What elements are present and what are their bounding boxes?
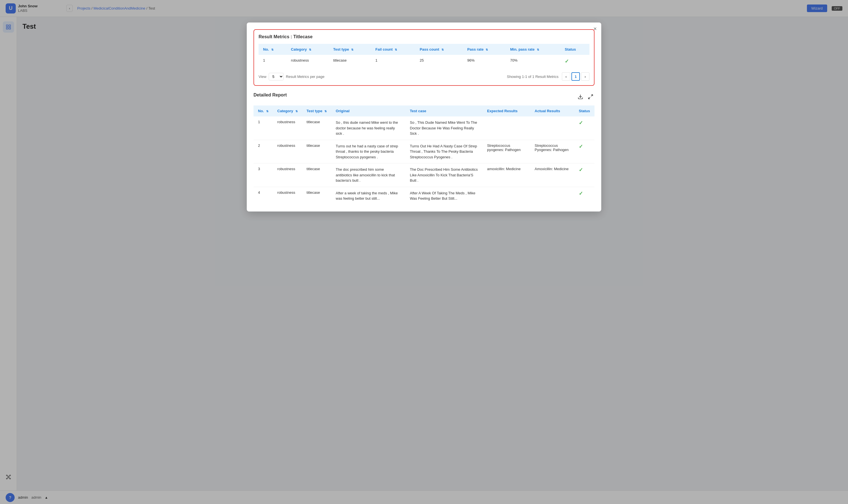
pagination-right: Showing 1-1 of 1 Result Metrics ‹ 1 ›: [507, 72, 589, 81]
detail-col-test-case: Test case: [405, 106, 482, 116]
detail-cell-category-4: robustness: [273, 187, 302, 205]
detail-cell-test-case-2: Turns Out He Had A Nasty Case Of Strep T…: [405, 140, 482, 163]
detail-cell-expected-1: [482, 116, 530, 140]
action-icons: [577, 93, 595, 102]
sort-icon-fail-count[interactable]: ⇅: [395, 48, 397, 51]
detail-cell-actual-3: Amoxicillin: Medicine: [530, 163, 574, 187]
detail-cell-no-3: 3: [253, 163, 273, 187]
metrics-col-no: No. ⇅: [259, 44, 286, 55]
detail-cell-status-1: ✓: [574, 116, 595, 140]
sort-icon-no[interactable]: ⇅: [271, 48, 273, 51]
detail-cell-no-2: 2: [253, 140, 273, 163]
app-chrome: U John Snow LABS ‹ Projects / MedicicalC…: [0, 0, 848, 504]
status-pass-icon-3: ✓: [579, 167, 583, 173]
sort-icon-pass-count[interactable]: ⇅: [441, 48, 444, 51]
metrics-cell-min-pass-rate-1: 70%: [506, 55, 560, 68]
detail-col-status: Status: [574, 106, 595, 116]
detail-cell-expected-3: amoxicillin: Medicine: [482, 163, 530, 187]
detail-cell-original-4: After a week of taking the meds , Mike w…: [331, 187, 405, 205]
metrics-col-pass-count: Pass count ⇅: [415, 44, 463, 55]
metrics-col-status: Status: [560, 44, 589, 55]
detail-cell-status-3: ✓: [574, 163, 595, 187]
detailed-table-header: No. ⇅ Category ⇅ Test type ⇅: [253, 106, 595, 116]
detail-col-actual: Actual Results: [530, 106, 574, 116]
next-page-button[interactable]: ›: [581, 72, 589, 81]
detail-col-category: Category ⇅: [273, 106, 302, 116]
expand-button[interactable]: [587, 93, 595, 102]
metrics-table-header: No. ⇅ Category ⇅ Test type ⇅: [259, 44, 589, 55]
detail-cell-original-2: Turns out he had a nasty case of strep t…: [331, 140, 405, 163]
metrics-col-fail-count: Fail count ⇅: [371, 44, 415, 55]
svg-line-16: [588, 97, 590, 99]
metrics-cell-pass-rate-1: 96%: [463, 55, 506, 68]
detail-col-test-type: Test type ⇅: [302, 106, 332, 116]
status-pass-icon: ✓: [565, 58, 569, 64]
detailed-section: Detailed Report: [253, 92, 595, 205]
modal-close-button[interactable]: ×: [594, 26, 597, 32]
sort-icon-detail-category[interactable]: ⇅: [296, 110, 298, 113]
sort-icon-min-pass-rate[interactable]: ⇅: [537, 48, 539, 51]
pagination-area: View 5 10 25 Result Metrics per page Sho…: [259, 72, 589, 81]
per-page-label: Result Metrics per page: [286, 74, 324, 79]
detail-cell-test-case-3: The Doc Prescribed Him Some Antibiotics …: [405, 163, 482, 187]
detail-cell-actual-2: Streptococcus Pyogenes: Pathogen: [530, 140, 574, 163]
metrics-col-category: Category ⇅: [286, 44, 329, 55]
detail-col-no: No. ⇅: [253, 106, 273, 116]
showing-text: Showing 1-1 of 1 Result Metrics: [507, 74, 559, 79]
detail-col-expected: Expected Results: [482, 106, 530, 116]
detail-cell-actual-1: [530, 116, 574, 140]
detail-cell-actual-4: [530, 187, 574, 205]
detailed-table: No. ⇅ Category ⇅ Test type ⇅: [253, 106, 595, 205]
metrics-cell-status-1: ✓: [560, 55, 589, 68]
detail-row-3: 3 robustness titlecase The doc prescribe…: [253, 163, 595, 187]
metrics-col-pass-rate: Pass rate ⇅: [463, 44, 506, 55]
status-pass-icon-1: ✓: [579, 120, 583, 126]
sort-icon-pass-rate[interactable]: ⇅: [485, 48, 488, 51]
detail-cell-original-1: So , this dude named Mike went to the do…: [331, 116, 405, 140]
sort-icon-test-type[interactable]: ⇅: [351, 48, 353, 51]
detailed-header: Detailed Report: [253, 92, 595, 102]
detail-cell-expected-4: [482, 187, 530, 205]
detail-cell-category-1: robustness: [273, 116, 302, 140]
detail-cell-status-4: ✓: [574, 187, 595, 205]
sort-icon-detail-no[interactable]: ⇅: [266, 110, 268, 113]
detail-cell-original-3: The doc prescribed him some antibiotics …: [331, 163, 405, 187]
detail-row-1: 1 robustness titlecase So , this dude na…: [253, 116, 595, 140]
detail-cell-test-case-4: After A Week Of Taking The Meds , Mike W…: [405, 187, 482, 205]
sort-icon-detail-test-type[interactable]: ⇅: [324, 110, 326, 113]
detail-row-2: 2 robustness titlecase Turns out he had …: [253, 140, 595, 163]
metrics-title: Result Metrics : Titlecase: [259, 34, 589, 39]
prev-page-button[interactable]: ‹: [562, 72, 570, 81]
metrics-table: No. ⇅ Category ⇅ Test type ⇅: [259, 44, 589, 68]
metrics-section: Result Metrics : Titlecase No. ⇅ Categor…: [253, 29, 595, 86]
detail-cell-test-case-1: So , This Dude Named Mike Went To The Do…: [405, 116, 482, 140]
svg-line-15: [591, 95, 593, 96]
status-pass-icon-2: ✓: [579, 144, 583, 149]
view-control: View 5 10 25 Result Metrics per page: [259, 73, 324, 80]
metrics-cell-pass-count-1: 25: [415, 55, 463, 68]
detail-cell-no-4: 4: [253, 187, 273, 205]
view-label: View: [259, 74, 266, 79]
detailed-report-title: Detailed Report: [253, 92, 287, 97]
pagination-nav: ‹ 1 ›: [562, 72, 589, 81]
per-page-select[interactable]: 5 10 25: [269, 73, 284, 80]
detail-cell-no-1: 1: [253, 116, 273, 140]
detail-col-original: Original: [331, 106, 405, 116]
metrics-cell-fail-count-1: 1: [371, 55, 415, 68]
detail-cell-test-type-2: titlecase: [302, 140, 332, 163]
download-button[interactable]: [577, 93, 584, 102]
metrics-cell-category-1: robustness: [286, 55, 329, 68]
metrics-row-1: 1 robustness titlecase 1 25 96% 70% ✓: [259, 55, 589, 68]
metrics-cell-test-type-1: titlecase: [329, 55, 371, 68]
modal-overlay: × Result Metrics : Titlecase No. ⇅ Categ…: [0, 0, 848, 504]
status-pass-icon-4: ✓: [579, 191, 583, 196]
modal: × Result Metrics : Titlecase No. ⇅ Categ…: [247, 22, 601, 212]
detail-cell-category-2: robustness: [273, 140, 302, 163]
detail-row-4: 4 robustness titlecase After a week of t…: [253, 187, 595, 205]
detail-cell-category-3: robustness: [273, 163, 302, 187]
metrics-col-test-type: Test type ⇅: [329, 44, 371, 55]
sort-icon-category[interactable]: ⇅: [309, 48, 311, 51]
detail-cell-test-type-3: titlecase: [302, 163, 332, 187]
page-1-button[interactable]: 1: [571, 72, 580, 81]
metrics-col-min-pass-rate: Min. pass rate ⇅: [506, 44, 560, 55]
